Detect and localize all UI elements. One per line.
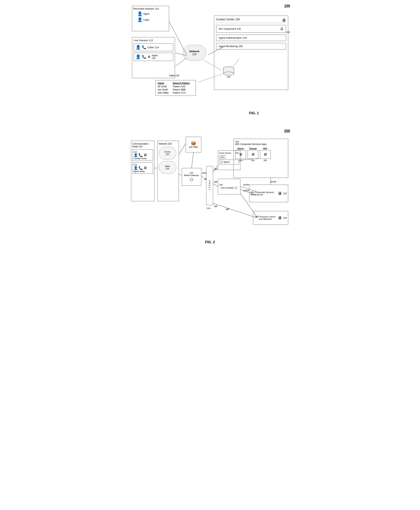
contact-center-box: Contact Center 130 🖥 SIV component 132 🖨… [214, 16, 288, 90]
voice-app-item: Voice 🖥 252 [235, 147, 246, 162]
ims-presence-icon: 🖥 [278, 215, 282, 221]
network-220-box: Network 220 PSTN 222 WAN 224 [157, 141, 179, 201]
contact-node-box: 212 👤 📞 🖥 Contact Node [132, 150, 153, 161]
table-row: Joe SmithPattern BBB [158, 88, 194, 91]
ve-label: Voice Enabler [221, 187, 234, 189]
svg-text:HTTP: HTTP [243, 190, 249, 192]
svg-line-17 [213, 165, 218, 172]
caller-icon: 👤 [135, 45, 141, 50]
db-svg [223, 66, 234, 76]
agent-node-ref: 214 [134, 164, 152, 166]
monitoring-component-box: Agent Monitoring 136 [216, 43, 286, 49]
contact-node-label: Contact Node [134, 157, 152, 160]
siv-tag: SIV [219, 155, 225, 159]
agent-inner-box: 👤 📞 🖥 Agent 116 [134, 53, 173, 61]
ims-presence-label: IMS Presence Server and Watchers [255, 215, 277, 220]
ims-apps-box: 250 IMS Composite Services Apps Voice 🖥 … [233, 139, 288, 178]
agent-icon: 👤 [135, 54, 141, 59]
svg-line-14 [179, 174, 182, 176]
network-220-title: Network 220 [159, 143, 178, 145]
person-icon-cn: 👤 [134, 153, 138, 157]
contact-node-ref: 212 [134, 151, 152, 153]
agent-row: 👤 Agent [137, 11, 149, 16]
recorded-session-title: Recorded Session 110 [133, 7, 168, 10]
caller-114-label: Caller 114 [147, 46, 159, 49]
cc-components: SIV component 132 🖨 133 Agent Authentica… [216, 25, 286, 49]
cloud-shape: Network 120 [183, 45, 206, 61]
pbx-icon: 📦 [191, 141, 196, 146]
siv-app-ref: 256 [264, 160, 267, 162]
pstn-ref: 222 [165, 153, 169, 156]
phone-icon1: 📞 [142, 45, 146, 49]
ve-icon: ⬡ [235, 186, 237, 190]
mg-label: Media Gateway [184, 174, 199, 176]
svg-text:RTP: RTP [202, 172, 207, 174]
ve-header: 240 [219, 184, 239, 186]
fig1-label: FIG. 1 [249, 111, 259, 115]
mrcp-label: MRCP [224, 161, 230, 163]
phone-icon-cn: 📞 [138, 153, 143, 157]
siv-app-icon-box: 🖥 [260, 150, 271, 159]
wan-ref: 224 [165, 167, 169, 170]
pattern-cell: Pattern CCC [173, 91, 194, 94]
table-row: John MillerPattern CCC [158, 91, 194, 94]
person-icon-an: 👤 [134, 166, 138, 170]
caller-inner-box: 👤 📞 Caller 114 [134, 43, 173, 51]
svg-text:HTTP: HTTP [243, 184, 249, 186]
wan-cloud: WAN 224 [159, 161, 176, 174]
agent-node-label: Agent Node [134, 170, 152, 173]
agent-node-box: 214 👤 📞 🖥 Agent Node [132, 162, 153, 174]
ims-presence-box: IMS Presence Server and Watchers 🖥 236 [253, 211, 288, 225]
database-138: 138 [222, 66, 235, 78]
siv-icon: 🖨 [280, 27, 284, 31]
page-container: 100 Recorded Session 110 👤 Agent 👤 Calle… [130, 4, 290, 246]
cc-header: Contact Center 130 🖥 [216, 18, 286, 23]
network-num: 120 [192, 53, 197, 56]
wan-label: WAN [165, 165, 170, 167]
agent-label-group: Agent 116 [152, 54, 158, 60]
caller-person-icon: 👤 [137, 17, 142, 22]
svg-text:HTTP: HTTP [271, 181, 276, 183]
speech-pattern-table: Agent Speech Pattern Jill SmithPattern A… [158, 82, 194, 94]
phone-icon-an: 📞 [138, 166, 143, 170]
ve-content: Voice Enabler ⬡ [221, 186, 237, 190]
proxy-ref: 234 [207, 207, 210, 209]
pbx-label-group: 230 PBX [189, 146, 198, 149]
mrcp-icon: ⬡ [220, 160, 223, 164]
svg-line-22 [213, 203, 257, 218]
svg-line-13 [179, 144, 186, 154]
ims-presence-ref: 236 [283, 217, 287, 219]
pattern-cell: Pattern AAA [173, 85, 194, 88]
siv-app-item: SIV 🖥 256 [260, 147, 271, 162]
agent-cell: Jill Smith [158, 85, 173, 88]
monitor-icon-an: 🖥 [143, 166, 147, 170]
caller-row: 👤 Caller [137, 17, 149, 22]
visual-app-item: Visual 🖥 254 [248, 147, 258, 162]
ims-apps-title: IMS Composite Services Apps [235, 143, 286, 145]
voice-app-icon-box: 🖥 [235, 150, 246, 159]
live-session-box: Live Session 112 👤 📞 Caller 114 👤 📞 🖥 Ag… [132, 37, 175, 78]
col-agent: Agent [158, 82, 173, 85]
live-session-title: Live Session 112 [134, 39, 173, 42]
ims-model-label: IMS Composite Services Model Server [250, 191, 277, 196]
fig2-diagram: 200 Communication Node 210 212 👤 📞 🖥 Con… [130, 129, 290, 246]
auth-component-box: Agent Authentication 134 [216, 35, 286, 41]
agent-cell: John Miller [158, 91, 173, 94]
monitor-icon-cn: 🖥 [143, 153, 147, 157]
svg-line-15 [192, 152, 194, 168]
db-ref: 138 [227, 76, 230, 78]
agent-person-icon: 👤 [137, 11, 142, 16]
agent-cell: Joe Smith [158, 88, 173, 91]
fig1-diagram: 100 Recorded Session 110 👤 Agent 👤 Calle… [130, 4, 290, 117]
siv-app-icon: 🖥 [263, 152, 267, 157]
contact-icons: 👤 📞 🖥 [134, 153, 152, 157]
pbx-ref: 230 [189, 146, 192, 148]
visual-app-label: Visual [249, 147, 256, 150]
col-speech: Speech Pattern [173, 82, 194, 85]
cc-title: Contact Center 130 [216, 18, 240, 21]
agent-text: Agent [152, 54, 158, 57]
network-cloud: Network 120 [183, 45, 208, 64]
voice-app-icon: 🖥 [239, 152, 242, 157]
proxy-label: PROXY [208, 180, 211, 191]
recorded-session-icons: 👤 Agent 👤 Caller [133, 11, 168, 23]
